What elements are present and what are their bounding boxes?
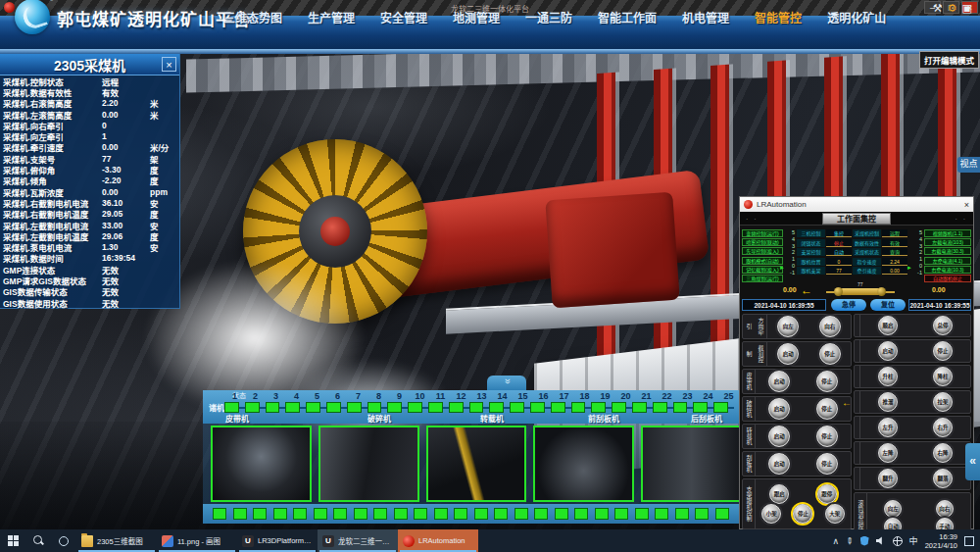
control-button[interactable]: 右降	[933, 443, 953, 463]
pen-icon[interactable]: ✎	[844, 534, 856, 546]
control-button[interactable]: 翻落	[933, 469, 953, 488]
camera-thumb-3[interactable]	[426, 426, 527, 502]
bottom-square	[614, 508, 628, 520]
control-button[interactable]: 右升	[933, 418, 953, 437]
camera-thumb-5[interactable]	[641, 426, 742, 502]
control-button[interactable]: 停止	[793, 504, 812, 524]
control-button[interactable]: 降柱	[933, 367, 953, 386]
gear-icon[interactable]: ⚙	[948, 2, 957, 15]
nav-item-1[interactable]: 三维态势图	[223, 9, 282, 25]
nav-item-4[interactable]: 地测管理	[453, 9, 500, 25]
lr-right-button-4[interactable]: 左牵电流(4.1)	[924, 257, 971, 265]
control-button[interactable]: 启动	[768, 398, 790, 420]
lr-tab-workface[interactable]: 工作面集控	[822, 213, 891, 225]
estop-button[interactable]: 急停	[831, 299, 866, 311]
nav-item-6[interactable]: 智能工作面	[598, 9, 657, 25]
nav-item-7[interactable]: 机电管理	[682, 9, 729, 25]
lr-right-button-5[interactable]: 右牵电流(10.3)	[924, 266, 971, 274]
camera-thumb-4[interactable]	[533, 426, 634, 502]
lr-mode-button-1[interactable]: 变频控制(运行)	[742, 229, 783, 237]
row-label: 采煤机.左截割电机电流	[3, 220, 102, 231]
table-row: 采煤机.右截割电机电流36.10安	[0, 197, 179, 208]
control-button[interactable]: 左降	[878, 443, 898, 463]
cortana-icon[interactable]	[51, 529, 76, 552]
taskbar-apps: 2305三维截图11.png - 画图ULR3DPlatform - U...U…	[76, 529, 478, 552]
lr-right-button-1[interactable]: 视频跟机(1.1)	[924, 229, 971, 237]
control-button[interactable]: 启动	[878, 341, 898, 361]
nav-item-8[interactable]: 智能管控	[755, 9, 802, 25]
security-shield-icon[interactable]	[860, 536, 869, 546]
control-button[interactable]: 停止	[819, 343, 841, 365]
control-button[interactable]: 启动	[768, 371, 790, 392]
control-button[interactable]: 翻升	[878, 469, 898, 488]
nav-item-2[interactable]: 生产管理	[308, 9, 355, 25]
taskbar-app-4[interactable]: U龙软二三维一体化...	[318, 529, 398, 552]
lr-auto-stop-button[interactable]: 自动跟机停止	[924, 275, 971, 282]
lr-mode-button-4[interactable]: 跟机模式(自动)	[742, 257, 783, 265]
start-button[interactable]	[0, 529, 25, 552]
control-button[interactable]: 停止	[933, 341, 953, 361]
control-button[interactable]: 跟停	[817, 484, 837, 504]
support-number: 17	[554, 391, 574, 401]
camera-thumb-1[interactable]	[211, 426, 312, 502]
control-button[interactable]: 停止	[816, 371, 838, 392]
lr-mode-button-5[interactable]: 记忆截割(投入)	[742, 266, 783, 274]
control-button[interactable]: 拉架	[933, 392, 953, 412]
control-button[interactable]: 启动	[777, 343, 799, 365]
control-button[interactable]: 向左	[777, 316, 799, 337]
network-icon[interactable]	[893, 536, 903, 546]
search-icon[interactable]	[25, 529, 51, 552]
support-square	[408, 402, 422, 413]
control-button[interactable]: 小架	[761, 504, 781, 524]
taskbar-app-1[interactable]: 2305三维截图	[76, 529, 157, 552]
control-button[interactable]: 左升	[878, 418, 898, 437]
collapse-panel-tab[interactable]: «	[965, 443, 980, 480]
status-label: 牵引速度	[853, 267, 881, 275]
control-button[interactable]: 向右	[819, 316, 841, 337]
taskbar-app-2[interactable]: 11.png - 画图	[157, 529, 237, 552]
lr-right-button-2[interactable]: 左截电流(103)	[924, 238, 971, 246]
control-button[interactable]: 向左	[884, 500, 902, 518]
camera-name: 转载机	[480, 413, 504, 424]
lr-mode-button-6[interactable]: 三角煤割(运行)	[742, 275, 783, 282]
control-button[interactable]: 跟启	[769, 484, 789, 504]
control-button[interactable]: 顺启	[878, 316, 898, 335]
nav-underline	[0, 49, 980, 54]
control-button[interactable]: 升柱	[878, 367, 898, 386]
taskbar-app-3[interactable]: ULR3DPlatform - U...	[237, 529, 318, 552]
row-label: 采煤机.牵引速度	[3, 141, 102, 153]
control-button[interactable]: 停止	[816, 426, 838, 447]
support-status-squares	[224, 402, 734, 413]
nav-item-9[interactable]: 透明化矿山	[827, 9, 886, 25]
control-button[interactable]: 向右	[936, 500, 954, 518]
control-button[interactable]: 推溜	[878, 392, 898, 412]
control-button[interactable]: 启动	[768, 426, 790, 447]
control-button[interactable]: 停止	[816, 453, 838, 475]
lr-right-button-3[interactable]: 右截电流(30.3)	[924, 247, 971, 255]
camera-panel-collapse-button[interactable]: «	[487, 376, 526, 390]
notification-center-icon[interactable]	[964, 536, 974, 546]
nav-item-3[interactable]: 安全管理	[380, 9, 427, 25]
wrench-icon[interactable]: ⚒	[933, 2, 943, 15]
camera-thumb-2[interactable]	[318, 426, 419, 502]
control-button[interactable]: 大架	[825, 504, 845, 524]
control-button[interactable]: 总停	[933, 316, 953, 335]
lr-mode-button-3[interactable]: 先导控制(投入)	[742, 247, 783, 255]
reset-button[interactable]: 复位	[870, 299, 906, 311]
ime-indicator[interactable]: 中	[909, 534, 918, 547]
window-icon[interactable]: ▣	[962, 2, 972, 15]
shearer-panel-close-icon[interactable]: ×	[162, 57, 176, 72]
taskbar-app-5[interactable]: LRAutomation	[398, 529, 478, 552]
unity-icon: U	[242, 535, 254, 547]
volume-icon[interactable]	[876, 536, 886, 545]
lr-mode-button-2[interactable]: 喷雾控制(联动)	[742, 238, 783, 246]
viewpoint-tab[interactable]: 视点	[957, 157, 980, 173]
lrautomation-close-icon[interactable]: ×	[964, 200, 969, 210]
scale-mark: -1	[785, 270, 795, 276]
nav-item-5[interactable]: 一通三防	[525, 9, 572, 25]
edit-mode-button[interactable]: 打开编辑模式	[919, 51, 979, 69]
control-button[interactable]: 启动	[768, 453, 790, 475]
clock[interactable]: 16:39 2021/4/10	[925, 532, 957, 550]
tray-chevron-icon[interactable]: ∧	[832, 536, 839, 546]
control-button[interactable]: 停止	[816, 398, 838, 420]
